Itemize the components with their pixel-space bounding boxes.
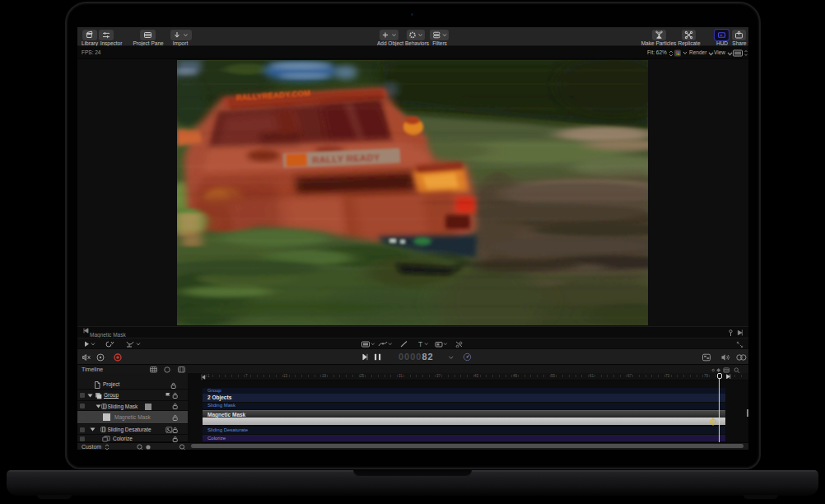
svg-text:T: T [418,341,422,348]
